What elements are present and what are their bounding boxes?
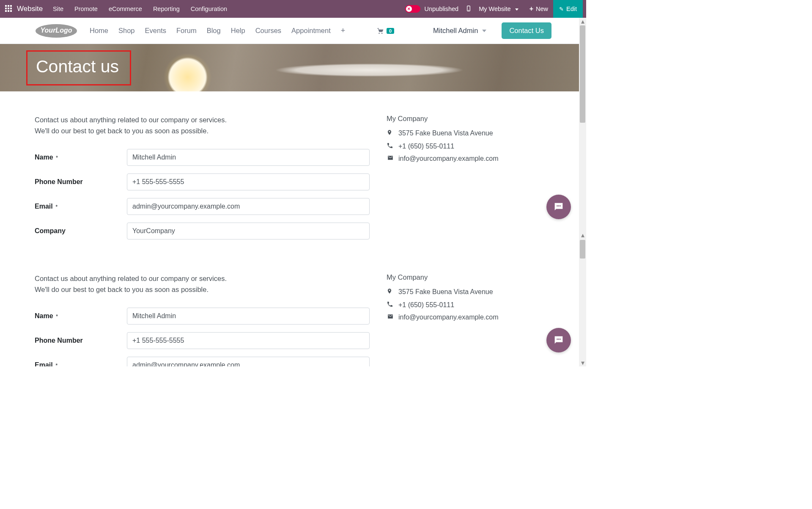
contact-us-button[interactable]: Contact Us: [502, 22, 551, 39]
company-phone-2: +1 (650) 555-0111: [398, 301, 454, 309]
nav-courses[interactable]: Courses: [255, 27, 281, 35]
page-title: Contact us: [36, 57, 119, 77]
admin-menu-configuration[interactable]: Configuration: [191, 6, 227, 12]
form-row-company: Company: [35, 223, 370, 239]
label-name-2: Name *: [35, 312, 127, 320]
admin-menu-site[interactable]: Site: [53, 6, 63, 12]
svg-point-5: [381, 33, 383, 34]
chat-widget-2[interactable]: [546, 328, 571, 352]
envelope-icon: [387, 155, 398, 162]
form-row-phone-2: Phone Number: [35, 332, 370, 349]
form-row-phone: Phone Number: [35, 173, 370, 190]
admin-menu-ecommerce[interactable]: eCommerce: [109, 6, 142, 12]
company-address-line: 3575 Fake Buena Vista Avenue: [387, 129, 544, 138]
svg-point-8: [560, 205, 561, 206]
cart-button[interactable]: 0: [376, 27, 394, 35]
company-address-line-2: 3575 Fake Buena Vista Avenue: [387, 287, 544, 297]
intro-line-1: Contact us about anything related to our…: [35, 116, 227, 124]
company-name-2: My Company: [387, 273, 544, 281]
form-row-name: Name *: [35, 149, 370, 166]
hero-title-highlight: Contact us: [26, 50, 131, 85]
scrollbar-thumb-1[interactable]: [580, 25, 585, 123]
scrollbar-thumb-2[interactable]: [580, 240, 585, 259]
nav-blog[interactable]: Blog: [207, 27, 221, 35]
label-company: Company: [35, 227, 127, 235]
new-button[interactable]: + New: [525, 0, 552, 18]
company-address-2: 3575 Fake Buena Vista Avenue: [398, 288, 493, 296]
label-email: Email *: [35, 203, 127, 210]
new-button-label: New: [536, 6, 548, 12]
label-phone-2: Phone Number: [35, 337, 127, 344]
map-pin-icon: [387, 129, 398, 138]
chat-icon: [553, 201, 565, 213]
close-icon: ✕: [406, 6, 412, 12]
company-input[interactable]: [127, 223, 370, 239]
page-content-scroll[interactable]: Contact us about anything related to our…: [0, 91, 579, 366]
svg-text:YourLogo: YourLogo: [41, 27, 72, 34]
user-menu[interactable]: Mitchell Admin: [433, 27, 486, 35]
intro-line-2: We'll do our best to get back to you as …: [35, 127, 208, 135]
label-email-2: Email *: [35, 361, 127, 366]
company-email-2: info@yourcompany.example.com: [398, 314, 499, 321]
contact-section-2: Contact us about anything related to our…: [0, 260, 579, 366]
apps-grid-icon[interactable]: [5, 5, 13, 13]
caret-down-icon: [515, 8, 518, 11]
website-switcher[interactable]: My Website: [479, 6, 518, 12]
phone-input-2[interactable]: [127, 332, 370, 349]
user-name: Mitchell Admin: [433, 27, 478, 35]
company-phone-line-2: +1 (650) 555-0111: [387, 301, 544, 309]
nav-add-icon[interactable]: +: [341, 26, 346, 35]
nav-events[interactable]: Events: [145, 27, 166, 35]
phone-icon: [387, 142, 398, 151]
intro-text-2: Contact us about anything related to our…: [35, 273, 370, 295]
phone-input[interactable]: [127, 173, 370, 190]
cart-icon: [376, 27, 385, 35]
email-input[interactable]: [127, 198, 370, 215]
company-info-1: My Company 3575 Fake Buena Vista Avenue …: [387, 115, 544, 247]
vertical-scrollbar[interactable]: ▴ ▴ ▾: [579, 18, 586, 366]
svg-point-7: [558, 205, 560, 206]
nav-forum[interactable]: Forum: [176, 27, 197, 35]
svg-point-4: [379, 33, 380, 34]
company-email-line: info@yourcompany.example.com: [387, 155, 544, 162]
intro-text: Contact us about anything related to our…: [35, 115, 370, 136]
nav-appointment[interactable]: Appointment: [291, 27, 331, 35]
label-phone: Phone Number: [35, 178, 127, 186]
chat-widget-1[interactable]: [546, 195, 571, 219]
form-row-email-2: Email *: [35, 357, 370, 366]
plus-icon: +: [529, 5, 533, 13]
nav-home[interactable]: Home: [90, 27, 108, 35]
scroll-down-arrow[interactable]: ▾: [579, 359, 586, 366]
envelope-icon: [387, 314, 398, 321]
admin-top-bar: Website Site Promote eCommerce Reporting…: [0, 0, 586, 18]
logo[interactable]: YourLogo: [35, 23, 78, 39]
admin-menu-reporting[interactable]: Reporting: [153, 6, 180, 12]
admin-menu-promote[interactable]: Promote: [74, 6, 98, 12]
email-input-2[interactable]: [127, 357, 370, 366]
svg-point-9: [557, 338, 558, 340]
nav-help[interactable]: Help: [231, 27, 245, 35]
contact-section-1: Contact us about anything related to our…: [0, 91, 579, 260]
scroll-up-arrow-2[interactable]: ▴: [579, 231, 586, 239]
edit-button-label: Edit: [566, 6, 577, 12]
name-input-2[interactable]: [127, 308, 370, 325]
company-email: info@yourcompany.example.com: [398, 155, 499, 162]
site-header: YourLogo Home Shop Events Forum Blog Hel…: [0, 18, 586, 44]
cart-count-badge: 0: [387, 28, 394, 34]
phone-icon: [387, 301, 398, 309]
publish-toggle[interactable]: ✕: [405, 5, 420, 13]
chat-icon: [553, 334, 565, 346]
nav-shop[interactable]: Shop: [118, 27, 135, 35]
company-phone-line: +1 (650) 555-0111: [387, 142, 544, 151]
website-switcher-label: My Website: [479, 6, 510, 12]
admin-brand[interactable]: Website: [17, 5, 43, 13]
form-row-name-2: Name *: [35, 308, 370, 325]
company-email-line-2: info@yourcompany.example.com: [387, 314, 544, 321]
name-input[interactable]: [127, 149, 370, 166]
scroll-up-arrow[interactable]: ▴: [579, 18, 586, 25]
svg-point-6: [557, 205, 558, 206]
svg-point-10: [558, 338, 560, 340]
mobile-preview-icon[interactable]: [465, 5, 472, 13]
edit-button[interactable]: ✎ Edit: [553, 0, 583, 18]
company-address: 3575 Fake Buena Vista Avenue: [398, 129, 493, 137]
